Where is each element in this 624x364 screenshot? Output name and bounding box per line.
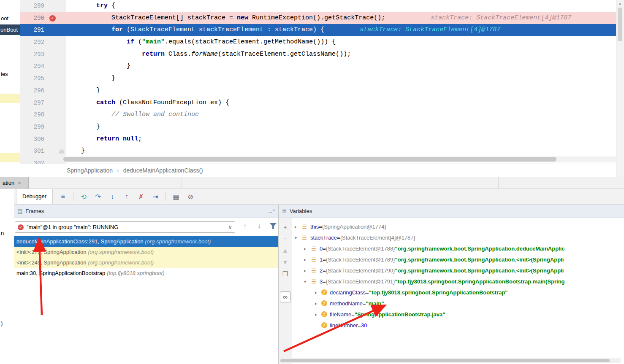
line-number[interactable]: 297 [20,97,47,109]
gutter[interactable] [47,97,66,109]
variable-row[interactable]: ▾☰3 = {StackTraceElement@1791} "top.fjy8… [292,276,624,287]
code-line[interactable]: 291 for (StackTraceElement stackTraceEle… [20,24,616,36]
move-up-icon[interactable]: ▲ [281,247,290,254]
highlighted-row [0,153,20,162]
code-line[interactable]: 293 return Class.forName(stackTraceEleme… [20,49,616,61]
gutter[interactable] [47,49,66,61]
panel-pin-icon[interactable]: →* [268,208,275,214]
variable-row[interactable]: ▸fdeclaringClass = "top.fjy8018.springbo… [292,287,624,298]
gutter[interactable] [47,85,66,97]
frames-panel: ✓ "main"@1 in group "main": RUNNING ∨ ↑ … [14,218,279,364]
chevron-down-icon[interactable]: ∨ [228,224,232,230]
line-number[interactable]: 299 [20,121,47,133]
close-icon[interactable]: × [18,180,21,186]
previous-frame-button[interactable]: ↑ [240,222,250,230]
view-breakpoints-icon[interactable]: ▦ [172,193,180,201]
step-into-icon[interactable]: ↓ [108,193,117,200]
project-item-selected-fragment[interactable]: onBoot [0,24,20,35]
code-line[interactable]: 300 return null; [20,133,616,146]
ide-debugger-screen: oot onBoot ies 289 try {290✔ StackTraceE… [0,0,624,364]
line-number[interactable]: 295 [20,73,47,85]
mute-breakpoints-icon[interactable]: ⊘ [186,193,195,201]
filter-icon[interactable] [270,223,277,229]
breakpoint-icon[interactable]: ✔ [49,15,56,22]
line-number[interactable]: 294 [20,60,47,73]
add-watch-icon[interactable]: + [281,223,290,230]
code-line[interactable]: 298 // Swallow and continue [20,109,616,121]
debug-toolbar-icons: ≡⟲↷↓↑✗⇥▦⊘ [59,192,195,201]
line-number[interactable]: 289 [20,0,47,12]
line-number[interactable]: 291 [20,24,47,36]
gutter[interactable] [47,109,66,121]
variable-row[interactable]: ▸☰2 = {StackTraceElement@1790} "org.spri… [292,265,624,276]
thread-selector[interactable]: ✓ "main"@1 in group "main": RUNNING ∨ [15,221,235,233]
tab-application[interactable]: ation× [0,177,29,189]
code-lines: 289 try {290✔ StackTraceElement[] stackT… [20,0,616,170]
line-number[interactable]: 300 [20,133,47,146]
code-text: return Class.forName(stackTraceElement.g… [66,49,616,61]
variable-row[interactable]: ▸ffileName = "SpringApplicationBootstrap… [292,309,624,320]
variable-row[interactable]: ▸☰this = {SpringApplication@1774} [292,221,624,232]
line-number[interactable]: 292 [20,36,47,49]
variable-row[interactable]: ▸☰0 = {StackTraceElement@1788} "org.spri… [292,243,624,254]
scrollbar-thumb[interactable] [280,359,610,362]
frame-row[interactable]: main:30, SpringApplicationBootstrap (top… [14,268,278,278]
code-line[interactable]: 301 } [20,145,616,157]
run-to-cursor-icon[interactable]: ⇥ [151,193,160,201]
gutter[interactable] [47,0,66,12]
step-out-icon[interactable]: ↑ [122,193,131,200]
code-line[interactable]: 294 } [20,60,616,73]
line-number[interactable]: 290 [20,12,47,24]
gutter[interactable] [47,121,66,133]
gutter[interactable] [47,60,66,73]
drop-frame-icon[interactable]: ✗ [137,193,145,201]
code-line[interactable]: 295 } [20,73,616,85]
code-line[interactable]: 299 } [20,121,616,133]
step-over-icon[interactable]: ↷ [94,193,102,201]
code-line[interactable]: 292 if ("main".equals(stackTraceElement.… [20,36,616,49]
gutter[interactable]: ✔ [47,12,66,24]
tab-debugger[interactable]: Debugger [16,189,53,204]
next-frame-button[interactable]: ↓ [255,222,264,230]
variable-row[interactable]: ▸fmethodName = "main" [292,298,624,309]
editor-vertical-scrollbar[interactable]: ▴ [616,0,624,177]
line-number[interactable]: 293 [20,49,47,61]
variable-row[interactable]: flineNumber = 30 [292,320,624,331]
gutter[interactable] [47,145,66,157]
scroll-up-icon[interactable]: ▴ [616,1,624,5]
variable-row[interactable]: ▸☰1 = {StackTraceElement@1789} "org.spri… [292,254,624,265]
remove-watch-icon[interactable]: − [281,235,290,242]
show-execution-point-icon[interactable]: ⟲ [79,193,88,201]
variable-row[interactable]: ▾☰stackTrace = {StackTraceElement[4]@178… [292,232,624,243]
breadcrumb-method[interactable]: deduceMainApplicationClass() [123,167,203,174]
gutter[interactable] [47,73,66,85]
scrollbar-thumb[interactable] [63,157,556,162]
line-number[interactable]: 298 [20,109,47,121]
line-number[interactable]: 301 [20,145,47,157]
code-editor[interactable]: 289 try {290✔ StackTraceElement[] stackT… [20,0,624,177]
duplicate-icon[interactable]: ❐ [281,270,290,278]
value-icon: ☰ [310,278,317,285]
code-line[interactable]: 297 catch (ClassNotFoundException ex) { [20,97,616,109]
scrollbar-thumb[interactable] [618,8,622,41]
gutter[interactable] [47,36,66,49]
gutter[interactable] [47,133,66,146]
frame-row[interactable]: <init>:271, SpringApplication (org.sprin… [14,247,278,257]
toolbar-separator [165,192,166,201]
evaluate-toggle-icon[interactable]: ∞ [280,291,291,302]
vars-side-toolbar: +−▲▼❐∞ [279,218,292,364]
gutter[interactable] [47,24,66,36]
variables-panel-header: ≣ Variables [279,205,624,218]
code-line[interactable]: 289 try { [20,0,616,12]
layout-settings-icon[interactable]: ≡ [59,193,67,200]
editor-horizontal-scrollbar[interactable] [63,156,616,162]
variables-horizontal-scrollbar[interactable] [279,358,621,363]
frame-row[interactable]: <init>:249, SpringApplication (org.sprin… [14,257,278,268]
frame-row[interactable]: deduceMainApplicationClass:291, SpringAp… [14,236,278,247]
line-number[interactable]: 296 [20,85,47,97]
code-line[interactable]: 290✔ StackTraceElement[] stackTrace = ne… [20,12,616,24]
code-line[interactable]: 296 } [20,85,616,97]
move-down-icon[interactable]: ▼ [281,259,290,266]
code-text: catch (ClassNotFoundException ex) { [66,97,616,109]
breadcrumb-class[interactable]: SpringApplication [67,167,113,174]
